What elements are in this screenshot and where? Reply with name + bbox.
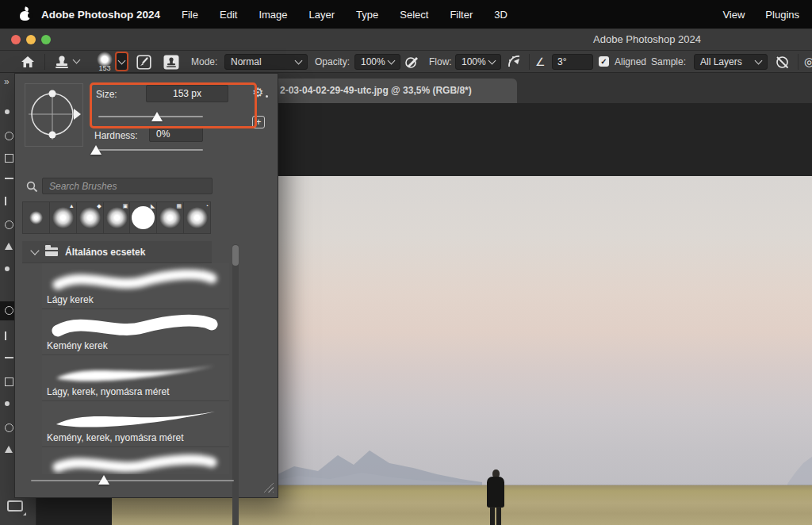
opacity-dropdown[interactable]: 100% <box>354 54 400 70</box>
tool-icon-partial[interactable] <box>5 154 13 163</box>
brush-list-item[interactable]: Lágy kerek <box>42 263 229 309</box>
document-tab[interactable]: 2-03-04-02-29-49-utc.jpg @ 33,5% (RGB/8*… <box>270 79 517 103</box>
brush-list-item-partial[interactable] <box>42 447 229 474</box>
badge-icon: ▣ <box>123 203 128 209</box>
person-figure <box>484 469 508 525</box>
screen-mode-icon[interactable] <box>7 500 23 512</box>
menu-items: File Edit Image Layer Type Select Filter… <box>182 9 508 21</box>
sample-label: Sample: <box>651 56 686 67</box>
tool-preset-chevron-icon[interactable] <box>73 56 81 64</box>
brush-list-item[interactable]: Lágy, kerek, nyomásra méret <box>42 355 229 401</box>
search-brushes-input[interactable] <box>42 178 213 194</box>
preview-size-slider-track[interactable] <box>31 480 234 481</box>
hardness-slider-track[interactable] <box>98 149 203 151</box>
menu-bar: Adobe Photoshop 2024 File Edit Image Lay… <box>0 0 812 29</box>
scrollbar-thumb[interactable] <box>232 245 239 266</box>
preset-soft-round[interactable]: ▦ <box>157 202 184 233</box>
hardness-input[interactable] <box>149 126 203 142</box>
brush-name: Lágy, kerek, nyomásra méret <box>47 386 170 397</box>
sample-dropdown[interactable]: All Layers <box>694 54 768 70</box>
preset-soft-round[interactable]: ◔ <box>184 202 210 233</box>
brush-list-item[interactable]: Kemény kerek <box>42 309 229 355</box>
zoom-window-button[interactable] <box>41 35 51 44</box>
preview-size-slider-thumb[interactable] <box>98 475 109 485</box>
menu-item-edit[interactable]: Edit <box>220 9 237 21</box>
chevron-down-icon <box>295 57 303 65</box>
folder-icon <box>45 247 58 256</box>
close-window-button[interactable] <box>11 35 21 44</box>
aligned-checkbox[interactable]: ✓ <box>599 56 609 67</box>
tool-icon-partial[interactable] <box>5 331 6 340</box>
flow-dropdown[interactable]: 100% <box>455 54 501 70</box>
opacity-value: 100% <box>361 56 385 67</box>
brush-name: Kemény kerek <box>47 340 108 351</box>
tool-icon-partial[interactable] <box>5 306 13 315</box>
brush-size-readout: 153 <box>96 64 113 72</box>
menu-item-3d[interactable]: 3D <box>494 9 508 21</box>
separator <box>529 54 530 70</box>
tool-icon-partial[interactable] <box>5 109 10 114</box>
size-slider-track[interactable] <box>98 116 203 117</box>
mode-dropdown[interactable]: Normal <box>224 54 308 70</box>
separator <box>44 54 45 70</box>
tool-icon-partial[interactable] <box>5 178 13 179</box>
tool-icon-partial[interactable] <box>5 401 10 406</box>
badge-icon: ◆ <box>97 203 101 209</box>
tool-icon-partial[interactable] <box>5 357 13 358</box>
brush-list-item[interactable]: Kemény, kerek, nyomásra méret <box>42 401 229 447</box>
angle-input[interactable] <box>552 54 593 70</box>
menu-items-right: View Plugins <box>722 9 799 21</box>
menu-item-image[interactable]: Image <box>259 9 287 21</box>
title-bar: Adobe Photoshop 2024 <box>0 29 812 51</box>
tool-icon-partial[interactable] <box>5 243 13 250</box>
badge-icon: ◔ <box>205 203 209 209</box>
menu-item-filter[interactable]: Filter <box>450 9 473 21</box>
photoshop-window: Adobe Photoshop 2024 File Edit Image Lay… <box>0 0 812 525</box>
preset-soft-round[interactable]: ▣ <box>104 202 131 233</box>
tool-icon-partial[interactable] <box>5 446 13 453</box>
tool-icon-partial[interactable] <box>5 377 13 386</box>
clone-source-panel-icon[interactable] <box>163 55 179 70</box>
size-label: Size: <box>96 89 117 100</box>
tool-icon-partial[interactable] <box>5 132 13 140</box>
ignore-adjustment-layers-icon[interactable] <box>775 55 790 70</box>
toolbar-expand-icon[interactable]: » <box>4 76 9 87</box>
brush-name: Lágy kerek <box>47 294 94 305</box>
minimize-window-button[interactable] <box>26 35 36 44</box>
menu-item-select[interactable]: Select <box>400 9 428 21</box>
menu-app-name[interactable]: Adobe Photoshop 2024 <box>41 9 160 21</box>
pressure-size-icon[interactable]: ◎ <box>804 55 812 69</box>
apple-logo-icon[interactable] <box>19 8 31 21</box>
menu-item-view[interactable]: View <box>722 9 745 21</box>
home-icon[interactable] <box>21 56 35 68</box>
brush-preset-picker-button[interactable] <box>115 52 128 71</box>
hardness-slider-thumb[interactable] <box>90 145 102 155</box>
gear-icon[interactable]: ⚙ <box>252 85 263 100</box>
angle-icon: ∠ <box>535 56 546 68</box>
brush-group-header[interactable]: Általános ecsetek <box>22 241 212 263</box>
opacity-label: Opacity: <box>315 56 350 67</box>
tool-icon-partial[interactable] <box>5 220 13 229</box>
menu-item-file[interactable]: File <box>182 9 198 21</box>
menu-item-type[interactable]: Type <box>356 9 378 21</box>
clone-stamp-tool-icon[interactable] <box>54 55 70 69</box>
preset-soft-round[interactable]: ▲ <box>50 202 77 233</box>
size-slider-thumb[interactable] <box>151 112 163 121</box>
brush-settings-panel-icon[interactable] <box>136 55 151 70</box>
preset-soft-round[interactable]: ◆ <box>77 202 104 233</box>
tool-icon-partial[interactable] <box>5 197 6 205</box>
panel-resize-grip[interactable] <box>263 482 274 492</box>
size-input[interactable] <box>146 85 228 102</box>
tool-icon-partial[interactable] <box>5 266 10 271</box>
new-brush-button[interactable]: + <box>252 116 265 128</box>
brush-preset-panel: Size: ⚙ + Hardness: ▲ ◆ <box>14 73 278 498</box>
preset-soft-round-small[interactable] <box>23 202 50 233</box>
menu-item-layer[interactable]: Layer <box>309 9 335 21</box>
menu-item-plugins[interactable]: Plugins <box>765 9 799 21</box>
brush-tip-angle-control[interactable] <box>25 83 83 147</box>
pressure-opacity-icon[interactable] <box>404 55 419 69</box>
scrollbar-track[interactable] <box>232 244 239 525</box>
tool-icon-partial[interactable] <box>5 423 13 432</box>
preset-hard-round[interactable]: ◣ <box>130 202 157 233</box>
airbrush-icon[interactable] <box>507 54 523 70</box>
